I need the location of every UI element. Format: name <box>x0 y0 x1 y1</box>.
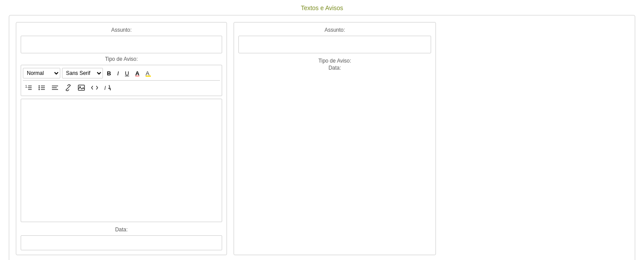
toolbar-row-1: Normal Heading 1 Heading 2 Sans Serif Se… <box>23 67 220 79</box>
editor-area[interactable] <box>21 99 222 222</box>
highlight-button[interactable]: A <box>143 68 155 78</box>
left-data-label: Data: <box>21 227 222 233</box>
align-icon <box>51 84 59 91</box>
editor-toolbar-container: Normal Heading 1 Heading 2 Sans Serif Se… <box>21 65 222 96</box>
right-data-label: Data: <box>238 65 431 71</box>
code-button[interactable] <box>89 82 100 93</box>
align-button[interactable] <box>49 82 61 93</box>
font-family-select[interactable]: Sans Serif Serif Monospace <box>62 68 103 78</box>
svg-line-19 <box>109 85 110 90</box>
svg-line-20 <box>108 88 111 89</box>
text-color-icon: A <box>135 70 139 77</box>
left-assunto-input[interactable] <box>21 36 222 53</box>
left-tipo-aviso-label: Tipo de Aviso: <box>21 56 222 62</box>
image-icon <box>78 84 85 91</box>
unordered-list-button[interactable] <box>36 82 48 93</box>
page-title: Textos e Avisos <box>0 0 644 15</box>
link-button[interactable] <box>62 82 74 93</box>
right-assunto-input[interactable] <box>238 36 431 53</box>
highlight-icon: A <box>146 70 153 77</box>
svg-text:I: I <box>104 85 106 91</box>
svg-point-7 <box>39 87 40 89</box>
toolbar-separator <box>23 80 220 81</box>
underline-button[interactable]: U <box>123 68 131 78</box>
ordered-list-button[interactable]: 1. <box>23 82 34 93</box>
code-icon <box>91 84 98 91</box>
toolbar-row-2: 1. <box>23 82 220 94</box>
right-assunto-label: Assunto: <box>238 27 431 33</box>
italic-button[interactable]: I <box>115 68 121 78</box>
text-color-button[interactable]: A <box>133 68 141 78</box>
right-tipo-aviso-label: Tipo de Aviso: <box>238 58 431 64</box>
svg-text:1.: 1. <box>25 84 29 89</box>
left-date-input[interactable] <box>21 235 222 250</box>
link-icon <box>65 84 72 91</box>
svg-line-15 <box>67 87 70 89</box>
right-panel: Assunto: Tipo de Aviso: Data: <box>234 22 436 255</box>
clear-formatting-icon: I <box>104 84 111 91</box>
font-style-select[interactable]: Normal Heading 1 Heading 2 <box>23 68 60 78</box>
right-info-area: Tipo de Aviso: Data: <box>238 56 431 73</box>
main-container: Assunto: Tipo de Aviso: Normal Heading 1… <box>9 15 635 260</box>
image-button[interactable] <box>76 82 87 93</box>
unordered-list-icon <box>38 84 45 91</box>
bold-button[interactable]: B <box>105 68 113 78</box>
left-panel: Assunto: Tipo de Aviso: Normal Heading 1… <box>16 22 227 255</box>
clear-formatting-button[interactable]: I <box>102 82 113 93</box>
ordered-list-icon: 1. <box>25 84 32 91</box>
svg-point-6 <box>39 85 40 87</box>
svg-point-8 <box>39 89 40 90</box>
left-assunto-label: Assunto: <box>21 27 222 33</box>
